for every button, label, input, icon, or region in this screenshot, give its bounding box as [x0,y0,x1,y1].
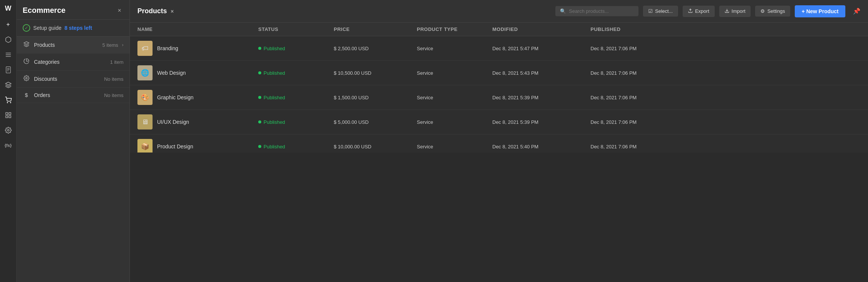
new-product-button[interactable]: + New Product [795,5,845,17]
product-type-cell: Service [417,95,492,100]
sidebar-close-button[interactable]: × [116,6,123,15]
col-actions [674,26,689,32]
svg-rect-12 [9,116,11,118]
svg-rect-10 [6,112,8,114]
table-row[interactable]: 🌐 Web Design Published $ 10,500.00 USD S… [130,61,868,85]
discounts-icon [23,75,30,83]
modified-cell: Dec 8, 2021 5:47 PM [492,46,590,51]
published-cell: Dec 8, 2021 7:06 PM [590,144,674,149]
products-arrow: › [122,42,123,48]
cart-icon[interactable] [2,94,14,106]
import-button[interactable]: Import [719,6,751,17]
setup-guide-icon: ✓ [23,24,30,32]
svg-rect-13 [6,116,8,118]
import-label: Import [732,8,746,14]
sidebar-item-products[interactable]: Products 5 items › [17,37,130,54]
product-name-cell: 🎨 Graphic Design [137,90,258,105]
settings-label: Settings [767,8,785,14]
products-icon [23,41,30,49]
icon-bar: W + [0,0,17,282]
product-type-cell: Service [417,70,492,76]
new-product-label: + New Product [802,8,839,14]
svg-marker-15 [24,42,29,44]
orders-count: No items [104,92,123,98]
setup-guide-label: Setup guide [33,25,62,31]
code-icon[interactable]: {fs} [2,139,14,151]
settings-button[interactable]: ⚙ Settings [755,6,790,17]
setup-guide[interactable]: ✓ Setup guide 8 steps left [17,20,130,37]
status-badge: Published [258,119,334,125]
product-thumbnail: 🏷 [137,41,153,56]
categories-count: 1 item [110,59,123,65]
discounts-count: No items [104,76,123,82]
sidebar-item-discounts[interactable]: Discounts No items [17,71,130,88]
product-thumbnail: 🌐 [137,65,153,80]
layers-icon[interactable] [2,79,14,91]
product-name: Web Design [157,70,186,76]
modified-cell: Dec 8, 2021 5:43 PM [492,70,590,76]
export-label: Export [695,8,709,14]
menu-icon[interactable] [2,49,14,61]
products-label: Products [34,42,99,48]
table-header: Name Status Price Product Type Modified … [130,23,868,36]
published-cell: Dec 8, 2021 7:06 PM [590,46,674,51]
empty-area [130,153,868,282]
products-count: 5 items [102,42,118,48]
product-name: Branding [157,45,178,51]
svg-point-14 [7,129,9,131]
categories-label: Categories [34,59,106,65]
search-icon: 🔍 [560,8,566,14]
product-thumbnail: 🖥 [137,114,153,129]
table-row[interactable]: 📦 Product Design Published $ 10,000.00 U… [130,134,868,153]
product-thumbnail: 📦 [137,139,153,153]
sidebar: Ecommerce × ✓ Setup guide 8 steps left P… [17,0,130,282]
product-thumbnail: 🎨 [137,90,153,105]
sidebar-item-categories[interactable]: Categories 1 item [17,54,130,71]
app-logo: W [5,5,11,12]
modified-cell: Dec 8, 2021 5:39 PM [492,119,590,125]
price-cell: $ 5,000.00 USD [334,119,417,125]
svg-point-8 [7,102,8,103]
pin-icon[interactable]: 📌 [853,8,860,15]
sidebar-item-orders[interactable]: $ Orders No items [17,88,130,103]
page-title: Products × [137,7,174,15]
apps-icon[interactable] [2,109,14,121]
modified-cell: Dec 8, 2021 5:39 PM [492,95,590,100]
status-dot [258,120,261,123]
settings-icon[interactable] [2,124,14,136]
price-cell: $ 10,000.00 USD [334,144,417,149]
svg-point-16 [26,77,27,79]
status-badge: Published [258,95,334,100]
product-name: Graphic Design [157,94,194,100]
modified-cell: Dec 8, 2021 5:40 PM [492,144,590,149]
col-modified: Modified [492,26,590,32]
search-box[interactable]: 🔍 [555,6,638,16]
col-name: Name [137,26,258,32]
product-name-cell: 🌐 Web Design [137,65,258,80]
page-icon[interactable] [2,64,14,76]
product-type-cell: Service [417,119,492,125]
table-row[interactable]: 🏷 Branding Published $ 2,500.00 USD Serv… [130,36,868,61]
sidebar-nav: Products 5 items › Categories 1 item Dis… [17,37,130,282]
status-dot [258,47,261,50]
main-content: Products × 🔍 ☑ Select... Export [130,0,868,282]
price-cell: $ 10,500.00 USD [334,70,417,76]
box-icon[interactable] [2,34,14,46]
export-icon [688,8,693,14]
status-badge: Published [258,46,334,51]
export-button[interactable]: Export [683,6,715,17]
status-text: Published [264,70,285,76]
import-icon [725,8,729,14]
col-price: Price [334,26,417,32]
svg-marker-7 [5,82,11,85]
products-table: Name Status Price Product Type Modified … [130,23,868,153]
categories-icon [23,58,30,66]
col-published: Published [590,26,674,32]
discounts-label: Discounts [34,76,100,82]
table-row[interactable]: 🖥 UI/UX Design Published $ 5,000.00 USD … [130,110,868,134]
plus-icon[interactable]: + [2,18,14,31]
search-input[interactable] [569,8,634,14]
select-button[interactable]: ☑ Select... [643,6,678,17]
tab-close-button[interactable]: × [171,8,174,14]
table-row[interactable]: 🎨 Graphic Design Published $ 1,500.00 US… [130,85,868,110]
